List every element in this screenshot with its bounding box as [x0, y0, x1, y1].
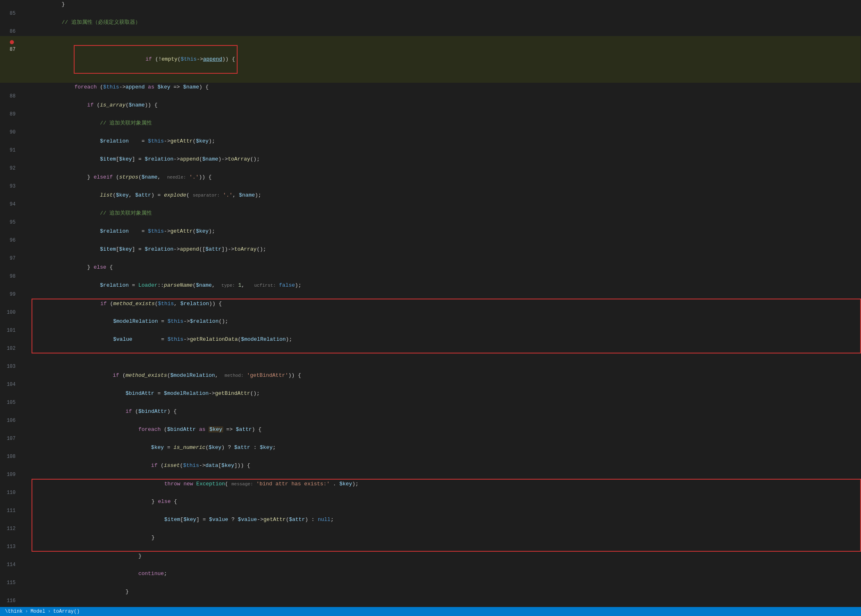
table-row: 88 foreach ($this->append as $key => $na… — [0, 83, 861, 101]
table-row: 112 $item[$key] = $value ? $value->getAt… — [0, 515, 861, 533]
editor-container: 85 } 86 // 追加属性（必须定义获取器） — [0, 0, 861, 616]
code-line-86: // 追加属性（必须定义获取器） — [32, 18, 861, 36]
code-line-110: throw new Exception( message: 'bind attr… — [32, 479, 861, 497]
code-line-97: $item[$key] = $relation->append([$attr])… — [32, 245, 861, 263]
line-num-112: 112 — [0, 515, 20, 533]
table-row: 99 $relation = Loader::parseName($name, … — [0, 281, 861, 299]
line-num-94: 94 — [0, 191, 20, 209]
breadcrumb-model[interactable]: Model — [30, 609, 45, 614]
table-row: 101 $modelRelation = $this->$relation(); — [0, 317, 861, 335]
line-num-95: 95 — [0, 209, 20, 227]
code-line-89: if (is_array($name)) { — [32, 101, 861, 119]
code-line-95: // 追加关联对象属性 — [32, 209, 861, 227]
line-num-99: 99 — [0, 281, 20, 299]
code-line-102: $value = $this->getRelationData($modelRe… — [32, 335, 861, 353]
table-row: 95 // 追加关联对象属性 — [0, 209, 861, 227]
code-line-88: foreach ($this->append as $key => $name)… — [32, 83, 861, 101]
table-row: 114 } — [0, 551, 861, 569]
line-num-91: 91 — [0, 137, 20, 155]
table-row: 113 } — [0, 533, 861, 551]
code-line-93: } elseif (strpos($name, needle: '.')) { — [32, 173, 861, 191]
line-num-106: 106 — [0, 407, 20, 425]
line-num-89: 89 — [0, 101, 20, 119]
code-line-113: } — [32, 533, 861, 551]
table-row: 111 } else { — [0, 497, 861, 515]
code-line-103 — [32, 353, 861, 371]
code-line-108: $key = is_numeric($key) ? $attr : $key; — [32, 443, 861, 461]
code-line-99: $relation = Loader::parseName($name, typ… — [32, 281, 861, 299]
code-line-116: } — [32, 587, 861, 605]
line-num-105: 105 — [0, 389, 20, 407]
table-row: 103 — [0, 353, 861, 371]
line-num-116: 116 — [0, 587, 20, 605]
table-row: 100 if (method_exists($this, $relation))… — [0, 299, 861, 317]
table-row: 93 } elseif (strpos($name, needle: '.'))… — [0, 173, 861, 191]
code-line-85: } — [32, 0, 861, 18]
code-line-87: if (!empty($this->append)) { — [32, 36, 861, 83]
table-row: 91 $relation = $this->getAttr($key); — [0, 137, 861, 155]
code-line-100: if (method_exists($this, $relation)) { — [32, 299, 861, 317]
table-row: 85 } — [0, 0, 861, 18]
code-line-117: } — [32, 605, 861, 607]
table-row: 90 // 追加关联对象属性 — [0, 119, 861, 137]
code-line-104: if (method_exists($modelRelation, method… — [32, 371, 861, 389]
code-table: 85 } 86 // 追加属性（必须定义获取器） — [0, 0, 861, 607]
table-row: 115 continue; — [0, 569, 861, 587]
line-num-108: 108 — [0, 443, 20, 461]
code-line-94: list($key, $attr) = explode( separator: … — [32, 191, 861, 209]
code-area[interactable]: 85 } 86 // 追加属性（必须定义获取器） — [0, 0, 861, 607]
table-row: 110 throw new Exception( message: 'bind … — [0, 479, 861, 497]
line-num-109: 109 — [0, 461, 20, 479]
table-row: 104 if (method_exists($modelRelation, me… — [0, 371, 861, 389]
code-line-115: continue; — [32, 569, 861, 587]
line-num-104: 104 — [0, 371, 20, 389]
code-line-106: if ($bindAttr) { — [32, 407, 861, 425]
line-num-87: 87 — [0, 36, 20, 83]
code-line-111: } else { — [32, 497, 861, 515]
table-row: 102 $value = $this->getRelationData($mod… — [0, 335, 861, 353]
line-num-92: 92 — [0, 155, 20, 173]
line-num-111: 111 — [0, 497, 20, 515]
line-num-93: 93 — [0, 173, 20, 191]
code-line-98: } else { — [32, 263, 861, 281]
table-row: 117 } — [0, 605, 861, 607]
line-num-98: 98 — [0, 263, 20, 281]
table-row: 109 if (isset($this->data[$key])) { — [0, 461, 861, 479]
table-row: 105 $bindAttr = $modelRelation->getBindA… — [0, 389, 861, 407]
line-num-101: 101 — [0, 317, 20, 335]
line-num-97: 97 — [0, 245, 20, 263]
table-row: 96 $relation = $this->getAttr($key); — [0, 227, 861, 245]
table-row: 98 } else { — [0, 263, 861, 281]
table-row: 92 $item[$key] = $relation->append($name… — [0, 155, 861, 173]
table-row: 94 list($key, $attr) = explode( separato… — [0, 191, 861, 209]
table-row: 97 $item[$key] = $relation->append([$att… — [0, 245, 861, 263]
code-line-91: $relation = $this->getAttr($key); — [32, 137, 861, 155]
line-num-110: 110 — [0, 479, 20, 497]
breadcrumb-method[interactable]: toArray() — [53, 609, 80, 614]
line-num-90: 90 — [0, 119, 20, 137]
line-num-107: 107 — [0, 425, 20, 443]
line-num-96: 96 — [0, 227, 20, 245]
line-num-117: 117 — [0, 605, 20, 607]
code-line-90: // 追加关联对象属性 — [32, 119, 861, 137]
code-line-112: $item[$key] = $value ? $value->getAttr($… — [32, 515, 861, 533]
line-num-113: 113 — [0, 533, 20, 551]
table-row: 108 $key = is_numeric($key) ? $attr : $k… — [0, 443, 861, 461]
code-line-92: $item[$key] = $relation->append($name)->… — [32, 155, 861, 173]
code-line-107: foreach ($bindAttr as $key => $attr) { — [32, 425, 861, 443]
table-row: 86 // 追加属性（必须定义获取器） — [0, 18, 861, 36]
code-line-96: $relation = $this->getAttr($key); — [32, 227, 861, 245]
breadcrumb-think[interactable]: \think — [5, 609, 23, 614]
code-line-114: } — [32, 551, 861, 569]
line-num-100: 100 — [0, 299, 20, 317]
code-line-105: $bindAttr = $modelRelation->getBindAttr(… — [32, 389, 861, 407]
line-num-114: 114 — [0, 551, 20, 569]
code-line-101: $modelRelation = $this->$relation(); — [32, 317, 861, 335]
table-row: 116 } — [0, 587, 861, 605]
line-num-115: 115 — [0, 569, 20, 587]
line-num-86: 86 — [0, 18, 20, 36]
code-line-109: if (isset($this->data[$key])) { — [32, 461, 861, 479]
table-row: 106 if ($bindAttr) { — [0, 407, 861, 425]
line-num-102: 102 — [0, 335, 20, 353]
status-bar: \think › Model › toArray() — [0, 607, 861, 616]
